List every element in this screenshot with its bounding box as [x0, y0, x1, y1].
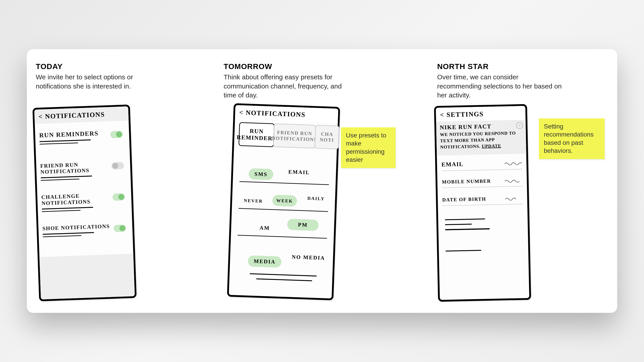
filler-lines: [445, 218, 490, 234]
back-icon[interactable]: <: [440, 111, 444, 119]
field-dob[interactable]: DATE OF BIRTH: [442, 195, 523, 206]
recommendation-banner: NIKE RUN FACT WE NOTICED YOU RESPOND TO …: [436, 120, 526, 156]
sticky-recs: Setting recommendations based on past be…: [539, 118, 605, 159]
today-title: TODAY: [36, 62, 179, 71]
field-mobile[interactable]: MOBILE NUMBER: [442, 177, 522, 188]
col-today: TODAY We invite her to select options or…: [36, 62, 179, 91]
row-challenge[interactable]: CHALLENGE NOTIFICATIONS: [41, 189, 128, 217]
pill-daily[interactable]: DAILY: [304, 192, 329, 204]
row-shoe[interactable]: SHOE NOTIFICATIONS: [42, 220, 129, 242]
phoneC-header: < SETTINGS: [436, 106, 526, 122]
northstar-body: Over time, we can consider recommending …: [437, 73, 562, 100]
toggle-challenge[interactable]: [112, 193, 125, 201]
pill-email[interactable]: EMAIL: [284, 166, 314, 178]
phone-today: < NOTIFICATIONS RUN REMINDERS FRIEND RUN…: [32, 105, 137, 302]
phone-tomorrow: < NOTIFICATIONS RUN REMINDERS FRIEND RUN…: [227, 103, 340, 300]
pill-media[interactable]: MEDIA: [248, 255, 282, 268]
tomorrow-body: Think about offering easy presets for co…: [224, 73, 349, 100]
phone-northstar: < SETTINGS NIKE RUN FACT WE NOTICED YOU …: [434, 104, 531, 302]
pill-never[interactable]: NEVER: [241, 195, 266, 207]
today-body: We invite her to select options or notif…: [36, 73, 161, 91]
roadmap-card: TODAY We invite her to select options or…: [27, 49, 617, 313]
toggle-run-reminders[interactable]: [110, 131, 123, 138]
field-email[interactable]: EMAIL: [442, 160, 522, 171]
update-link[interactable]: UPDATE: [482, 143, 501, 149]
tab-run-reminders[interactable]: RUN REMINDERS: [238, 122, 275, 147]
back-icon[interactable]: <: [38, 113, 43, 120]
tab-friend-run[interactable]: FRIEND RUN NOTIFICATIONS: [273, 123, 316, 148]
pill-am[interactable]: AM: [253, 222, 276, 234]
pill-pm[interactable]: PM: [287, 219, 319, 231]
tab-cha[interactable]: CHA NOTI: [314, 125, 340, 149]
filler-lines-2: [446, 250, 490, 255]
tomorrow-title: TOMORROW: [224, 62, 367, 71]
col-tomorrow: TOMORROW Think about offering easy prese…: [224, 62, 367, 100]
phoneB-header: < NOTIFICATIONS: [235, 105, 338, 123]
pill-sms[interactable]: SMS: [248, 168, 274, 180]
row-friend-run[interactable]: FRIEND RUN NOTIFICATIONS: [40, 158, 127, 185]
col-northstar: NORTH STAR Over time, we can consider re…: [437, 62, 580, 100]
pill-week[interactable]: WEEK: [272, 195, 297, 207]
northstar-title: NORTH STAR: [437, 62, 580, 71]
sticky-presets: Use presets to make permissioning easier: [341, 127, 396, 168]
phoneA-header: < NOTIFICATIONS: [34, 106, 128, 124]
toggle-friend-run[interactable]: [111, 162, 124, 170]
toggle-shoe[interactable]: [114, 225, 126, 232]
back-icon[interactable]: <: [239, 109, 244, 116]
row-run-reminders[interactable]: RUN REMINDERS: [39, 127, 126, 149]
pill-nomedia[interactable]: NO MEDIA: [290, 251, 327, 264]
